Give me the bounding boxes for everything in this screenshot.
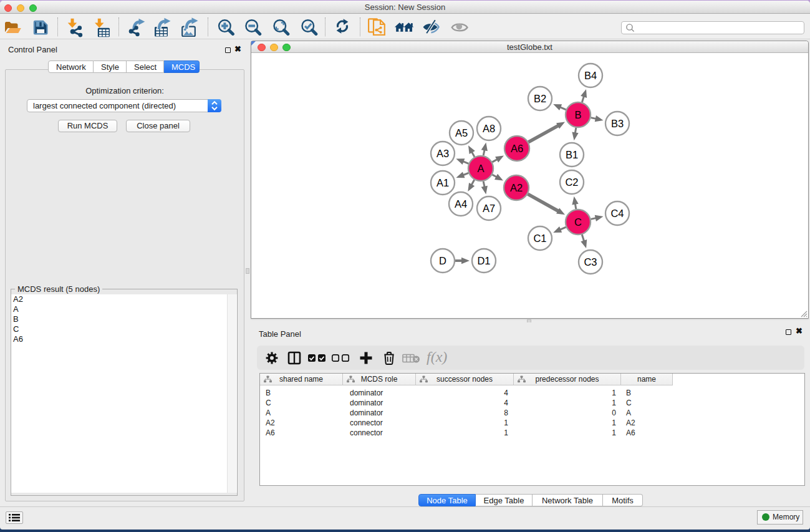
svg-text:C3: C3: [584, 256, 597, 268]
svg-text:A4: A4: [455, 198, 467, 210]
svg-text:B2: B2: [534, 93, 546, 104]
svg-text:C4: C4: [610, 208, 624, 219]
svg-text:D1: D1: [477, 255, 490, 266]
svg-text:A7: A7: [483, 203, 495, 214]
svg-text:A5: A5: [455, 127, 468, 138]
svg-text:B: B: [574, 109, 581, 120]
svg-text:A3: A3: [436, 148, 449, 159]
svg-text:A8: A8: [483, 123, 495, 134]
svg-text:B3: B3: [611, 118, 624, 129]
svg-text:A: A: [477, 163, 484, 174]
svg-text:C: C: [574, 216, 582, 228]
svg-text:C1: C1: [533, 233, 546, 244]
svg-text:A2: A2: [510, 182, 523, 193]
svg-text:B4: B4: [584, 70, 597, 81]
svg-text:A6: A6: [511, 143, 523, 154]
svg-text:D: D: [439, 255, 446, 266]
svg-text:A1: A1: [436, 177, 449, 188]
svg-text:B1: B1: [566, 149, 578, 160]
svg-text:C2: C2: [565, 177, 578, 188]
